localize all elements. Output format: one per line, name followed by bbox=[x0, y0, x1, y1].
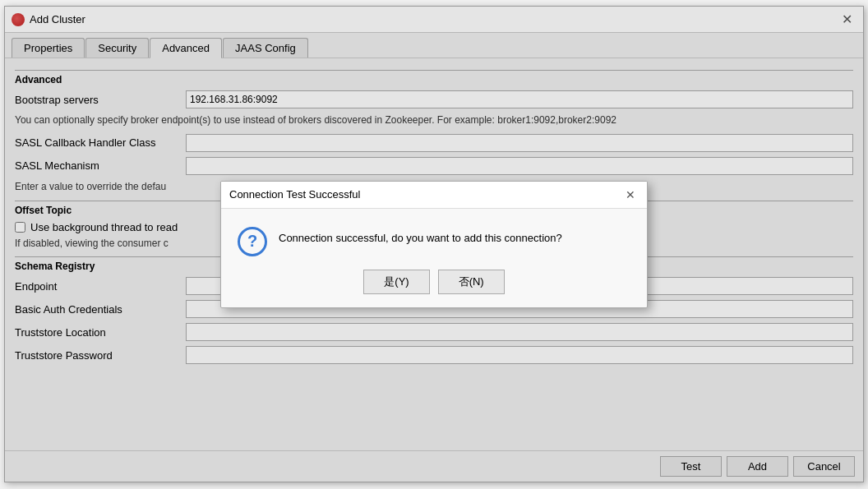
dialog-title-bar: Connection Test Successful ✕ bbox=[221, 182, 647, 209]
dialog-buttons: 是(Y) 否(N) bbox=[221, 270, 647, 307]
dialog-no-button[interactable]: 否(N) bbox=[438, 270, 505, 294]
dialog-overlay: Connection Test Successful ✕ ? Connectio… bbox=[5, 7, 863, 482]
dialog-close-button[interactable]: ✕ bbox=[622, 187, 639, 203]
dialog-message: Connection successful, do you want to ad… bbox=[279, 225, 562, 244]
dialog-yes-button[interactable]: 是(Y) bbox=[363, 270, 429, 294]
dialog-question-icon: ? bbox=[238, 227, 267, 256]
dialog-title: Connection Test Successful bbox=[229, 188, 360, 201]
main-window: Add Cluster ✕ Properties Security Advanc… bbox=[4, 6, 864, 482]
dialog-body: ? Connection successful, do you want to … bbox=[221, 209, 647, 270]
connection-dialog: Connection Test Successful ✕ ? Connectio… bbox=[220, 181, 648, 308]
